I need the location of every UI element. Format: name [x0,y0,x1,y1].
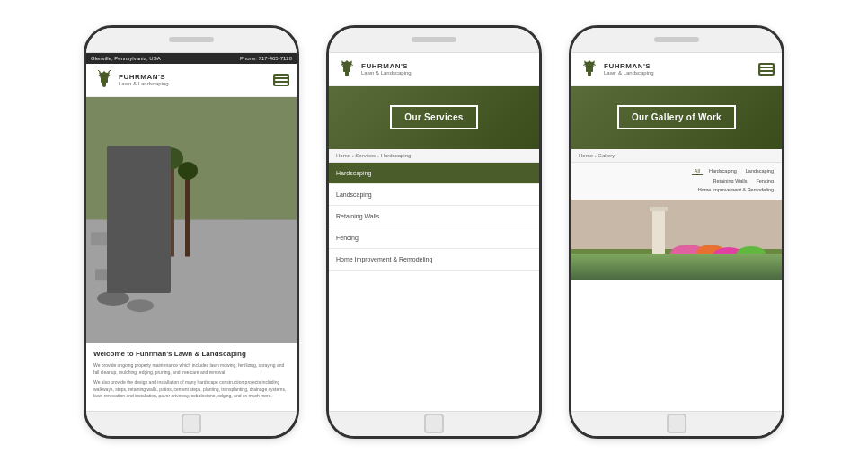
phone2-logo: FUHRMAN'S Lawn & Landscaping [336,58,412,80]
phone-2-top-bar [329,28,539,53]
phone1-location: Glenville, Pennsylvania, USA [91,56,161,61]
menu-item-hardscaping[interactable]: Hardscaping [329,163,539,184]
svg-rect-19 [571,200,782,249]
svg-point-25 [737,246,766,261]
filter-landscaping[interactable]: Landscaping [743,167,776,175]
phone-1-screen: Glenville, Pennsylvania, USA Phone: 717-… [86,53,297,411]
phone3-logo-text: FUHRMAN'S Lawn & Landscaping [604,62,654,76]
svg-rect-26 [571,258,782,280]
phone2-logo-sub: Lawn & Landscaping [361,70,412,76]
svg-rect-5 [86,219,297,343]
phone1-logo: FUHRMAN'S Lawn & Landscaping [93,69,169,91]
svg-rect-21 [650,207,668,211]
phone2-hero: Our Services [329,86,539,149]
svg-rect-10 [118,273,145,286]
phone3-deer-icon [579,58,600,80]
phone2-deer-icon [336,58,358,80]
phone3-hamburger-line-2 [760,68,773,70]
phone3-logo-sub: Lawn & Landscaping [604,70,654,76]
phone3-hamburger-line-3 [760,72,773,74]
svg-point-15 [178,161,198,179]
phone2-header: FUHRMAN'S Lawn & Landscaping [329,53,539,86]
phone-1-bottom-bar [86,411,297,436]
phone-2: FUHRMAN'S Lawn & Landscaping Our Service… [326,25,542,439]
phone1-welcome-title: Welcome to Fuhrman's Lawn & Landscaping [93,350,289,359]
filter-home-improvement[interactable]: Home Improvement & Remodeling [695,186,776,193]
phone3-hamburger-line-1 [760,65,773,67]
svg-rect-7 [115,239,133,250]
phone1-logo-sub: Lawn & Landscaping [119,81,169,86]
filter-retaining-walls[interactable]: Retaining Walls [710,177,749,184]
phone3-filter-area: All Hardscaping Landscaping Retaining Wa… [571,163,782,200]
phone-1-top-bar [86,28,297,53]
phone-2-speaker [412,37,456,42]
svg-rect-4 [86,97,297,220]
hero-landscape-image [86,97,297,343]
phone3-header: FUHRMAN'S Lawn & Landscaping [571,53,782,86]
our-gallery-button[interactable]: Our Gallery of Work [617,105,736,129]
filter-fencing[interactable]: Fencing [753,177,776,184]
phone3-logo: FUHRMAN'S Lawn & Landscaping [579,58,654,80]
phone3-logo-name: FUHRMAN'S [604,62,654,70]
hamburger-line-1 [275,76,288,77]
phone3-gallery-section [571,200,782,411]
phone1-welcome-text1: We provide ongoing property maintenance … [93,362,289,376]
gallery-image [571,200,782,280]
svg-rect-9 [95,269,115,280]
phone-3-home-button[interactable] [667,414,686,433]
phone-1-home-button[interactable] [182,414,201,433]
svg-point-17 [127,299,154,312]
svg-rect-6 [91,232,113,245]
phone-2-bottom-bar [329,411,539,436]
phone-3: FUHRMAN'S Lawn & Landscaping Our Gallery… [569,25,784,439]
phone-1-speaker [169,37,214,42]
phone1-info-bar: Glenville, Pennsylvania, USA Phone: 717-… [86,53,297,64]
phone-3-speaker [654,37,699,42]
gallery-image-svg [571,200,782,280]
svg-rect-8 [136,232,161,246]
phone2-services-menu: Hardscaping Landscaping Retaining Walls … [329,163,539,411]
phone-3-top-bar [571,28,782,53]
phone1-hero-image [86,97,297,343]
svg-rect-13 [185,170,190,256]
phone-1: Glenville, Pennsylvania, USA Phone: 717-… [84,25,299,439]
filter-all[interactable]: All [692,167,703,175]
deer-icon [93,69,115,91]
hero-image-svg [86,97,297,343]
hamburger-line-3 [275,83,288,85]
svg-rect-11 [147,269,170,280]
phone2-breadcrumb: Home › Services › Hardscaping [329,149,539,163]
phone1-hamburger[interactable] [273,74,289,86]
phone1-welcome-section: Welcome to Fuhrman's Lawn & Landscaping … [86,343,297,411]
menu-item-fencing[interactable]: Fencing [329,227,539,249]
svg-rect-20 [652,209,665,254]
phone2-logo-text: FUHRMAN'S Lawn & Landscaping [361,62,412,76]
phone1-logo-name: FUHRMAN'S [119,73,169,81]
menu-item-retaining-walls[interactable]: Retaining Walls [329,206,539,227]
menu-item-home-improvement[interactable]: Home Improvement & Remodeling [329,249,539,271]
phone-2-screen: FUHRMAN'S Lawn & Landscaping Our Service… [329,53,539,411]
phone-3-screen: FUHRMAN'S Lawn & Landscaping Our Gallery… [571,53,782,411]
phone-3-bottom-bar [571,411,782,436]
phone1-logo-text: FUHRMAN'S Lawn & Landscaping [119,73,169,86]
svg-rect-12 [167,158,174,256]
phone2-logo-name: FUHRMAN'S [361,62,412,70]
phone3-hamburger[interactable] [758,63,775,76]
filter-row-2: Retaining Walls Fencing [577,177,776,184]
hamburger-line-2 [275,79,288,81]
phone-2-home-button[interactable] [424,414,444,433]
svg-point-16 [97,290,129,305]
filter-row-3: Home Improvement & Remodeling [577,186,776,193]
phone1-header: FUHRMAN'S Lawn & Landscaping [86,64,297,97]
phone3-breadcrumb: Home › Gallery [571,149,782,163]
phone1-phone: Phone: 717-465-7120 [240,56,292,61]
filter-hardscaping[interactable]: Hardscaping [706,167,740,175]
filter-row-1: All Hardscaping Landscaping [577,167,776,175]
phone3-hero: Our Gallery of Work [571,86,782,149]
menu-item-landscaping[interactable]: Landscaping [329,184,539,206]
our-services-button[interactable]: Our Services [390,105,477,129]
phone1-welcome-text2: We also provide the design and installat… [93,379,289,400]
